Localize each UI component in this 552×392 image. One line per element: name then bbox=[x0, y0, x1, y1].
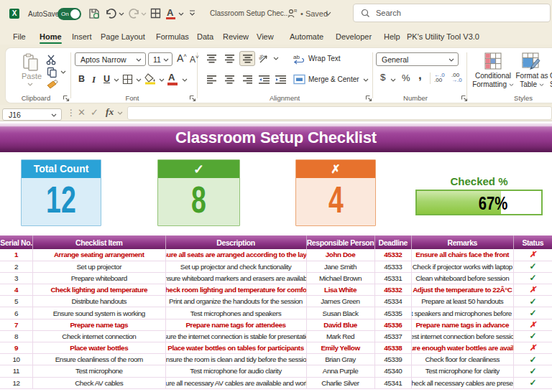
svg-text:R: R bbox=[294, 9, 298, 13]
svg-text:ab: ab bbox=[259, 53, 264, 61]
svg-text:ab: ab bbox=[293, 54, 300, 60]
